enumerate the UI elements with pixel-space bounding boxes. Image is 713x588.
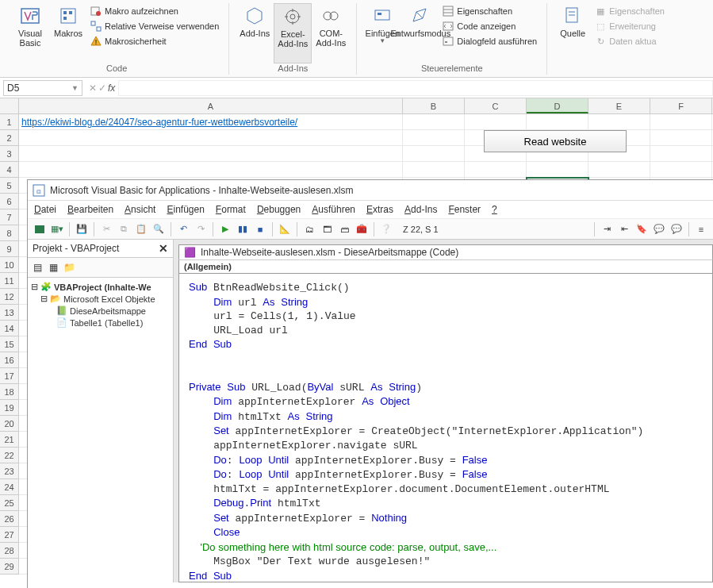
outdent-icon[interactable]: ⇤: [617, 222, 631, 236]
cell-B2[interactable]: [403, 130, 465, 145]
row-header[interactable]: 29: [0, 559, 18, 575]
menu-add-ins[interactable]: Add-Ins: [404, 204, 437, 215]
tree-root[interactable]: ⊟ 🧩 VBAProject (Inhalte-We: [31, 281, 170, 293]
formula-input[interactable]: [118, 80, 713, 96]
break-icon[interactable]: ▮▮: [236, 222, 250, 236]
project-explorer-icon[interactable]: 🗂: [302, 222, 316, 236]
col-header-C[interactable]: C: [465, 98, 527, 113]
insert-module-icon[interactable]: ▦▾: [50, 222, 64, 236]
cell-F4[interactable]: [650, 162, 712, 177]
fx-icon[interactable]: fx: [108, 83, 115, 94]
row-header[interactable]: 26: [0, 511, 18, 527]
code-anzeigen-button[interactable]: Code anzeigen: [439, 20, 540, 33]
reset-icon[interactable]: ■: [253, 222, 267, 236]
row-header[interactable]: 6: [0, 194, 18, 209]
row-header[interactable]: 19: [0, 400, 18, 416]
cell-E1[interactable]: [588, 114, 650, 129]
save-icon[interactable]: 💾: [75, 222, 89, 236]
eigenschaften-button[interactable]: Eigenschaften: [439, 5, 540, 17]
properties-window-icon[interactable]: 🗔: [320, 222, 334, 236]
project-tree[interactable]: ⊟ 🧩 VBAProject (Inhalte-We ⊟ 📂 Microsoft…: [28, 278, 173, 332]
cell-F3[interactable]: [650, 146, 712, 161]
makrosicherheit-button[interactable]: !Makrosicherheit: [87, 35, 222, 48]
tree-item-sheet[interactable]: 📄 Tabelle1 (Tabelle1): [31, 317, 170, 329]
code-window-title[interactable]: 🟪 Inhalte-Webseite-auslesen.xlsm - Diese…: [178, 244, 713, 259]
vbe-menubar[interactable]: DateiBearbeitenAnsichtEinfügenFormatDebu…: [28, 201, 713, 219]
col-header-F[interactable]: F: [650, 98, 712, 113]
dialogfeld-button[interactable]: Dialogfeld ausführen: [439, 35, 540, 48]
cell-F2[interactable]: [650, 130, 712, 145]
row-header[interactable]: 25: [0, 495, 18, 511]
row-header[interactable]: 10: [0, 257, 18, 273]
makro-aufzeichnen-button[interactable]: Makro aufzeichnen: [87, 5, 222, 17]
row-header[interactable]: 1: [0, 114, 18, 130]
object-browser-icon[interactable]: 🗃: [337, 222, 351, 236]
menu-extras[interactable]: Extras: [366, 204, 393, 215]
row-header[interactable]: 13: [0, 305, 18, 321]
view-code-tb-icon[interactable]: ▤: [30, 260, 44, 275]
tb-more-icon[interactable]: ≡: [694, 222, 708, 236]
makros-button[interactable]: Makros: [49, 3, 87, 63]
row-header[interactable]: 11: [0, 273, 18, 289]
cell-A3[interactable]: [19, 146, 403, 161]
entwurfsmodus-button[interactable]: Entwurfsmodus: [401, 3, 439, 63]
design-icon[interactable]: 📐: [278, 222, 292, 236]
tree-item-workbook[interactable]: 📗 DieseArbeitsmappe: [31, 305, 170, 317]
row-header[interactable]: 20: [0, 416, 18, 432]
col-header-D[interactable]: D: [527, 98, 588, 113]
row-header[interactable]: 5: [0, 178, 18, 194]
namebox-dropdown-icon[interactable]: ▼: [71, 84, 79, 92]
comment-icon[interactable]: 💬: [652, 222, 666, 236]
menu-einfügen[interactable]: Einfügen: [167, 204, 204, 215]
row-header[interactable]: 15: [0, 336, 18, 352]
cell-F1[interactable]: [650, 114, 712, 129]
view-object-tb-icon[interactable]: ▦: [46, 260, 60, 275]
cell-D1[interactable]: [527, 114, 588, 129]
cell-B3[interactable]: [403, 146, 465, 161]
menu-debuggen[interactable]: Debuggen: [257, 204, 301, 215]
row-header[interactable]: 21: [0, 432, 18, 448]
quelle-button[interactable]: Quelle: [554, 3, 592, 75]
row-header[interactable]: 4: [0, 162, 18, 178]
menu-datei[interactable]: Datei: [34, 204, 56, 215]
menu-ausführen[interactable]: Ausführen: [312, 204, 355, 215]
project-toolbar[interactable]: ▤ ▦ 📁: [28, 258, 173, 278]
uncomment-icon[interactable]: 💬: [669, 222, 684, 236]
paste-icon[interactable]: 📋: [134, 222, 148, 236]
addins-button[interactable]: Add-Ins: [236, 3, 274, 63]
cell-C1[interactable]: [465, 114, 527, 129]
folder-toggle-icon[interactable]: 📁: [62, 260, 76, 275]
row-header[interactable]: 28: [0, 543, 18, 559]
cell-A2[interactable]: [19, 130, 403, 145]
name-box[interactable]: D5▼: [3, 80, 82, 96]
row-header[interactable]: 22: [0, 448, 18, 463]
code-object-dropdown[interactable]: (Allgemein): [178, 259, 713, 274]
menu-format[interactable]: Format: [216, 204, 246, 215]
row-header[interactable]: 18: [0, 384, 18, 400]
row-header[interactable]: 24: [0, 479, 18, 495]
tree-folder[interactable]: ⊟ 📂 Microsoft Excel Objekte: [31, 293, 170, 305]
bookmark-icon[interactable]: 🔖: [634, 222, 649, 236]
help-icon[interactable]: ❔: [379, 222, 393, 236]
row-header[interactable]: 27: [0, 527, 18, 543]
read-website-button[interactable]: Read website: [484, 130, 627, 152]
menu-?[interactable]: ?: [492, 204, 497, 215]
col-header-E[interactable]: E: [588, 98, 650, 113]
find-icon[interactable]: 🔍: [151, 222, 166, 236]
select-all-corner[interactable]: [0, 98, 19, 113]
cell-B4[interactable]: [403, 162, 465, 177]
run-icon[interactable]: ▶: [218, 222, 232, 236]
undo-icon[interactable]: ↶: [176, 222, 190, 236]
project-close-icon[interactable]: ✕: [159, 242, 168, 255]
menu-fenster[interactable]: Fenster: [448, 204, 481, 215]
row-header[interactable]: 7: [0, 209, 18, 225]
cell-A4[interactable]: [19, 162, 403, 177]
cell-A1[interactable]: https://ekiwi-blog.de/24047/seo-agentur-…: [19, 114, 403, 129]
cell-B1[interactable]: [403, 114, 465, 129]
col-header-B[interactable]: B: [403, 98, 465, 113]
row-header[interactable]: 23: [0, 463, 18, 479]
row-header[interactable]: 14: [0, 321, 18, 336]
toolbox-icon[interactable]: 🧰: [355, 222, 369, 236]
cell-C4[interactable]: [465, 162, 527, 177]
view-excel-icon[interactable]: [33, 222, 47, 236]
